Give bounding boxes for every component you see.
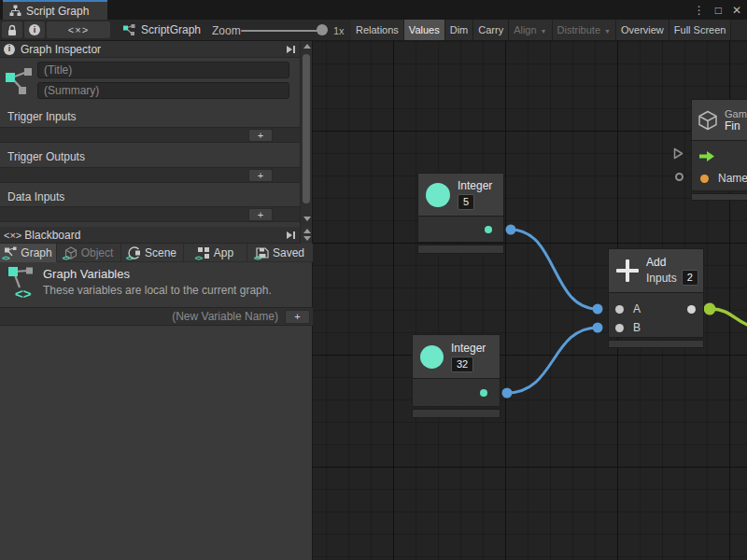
svg-text:<>: <> [15,286,32,301]
blackboard-scrollbar[interactable] [300,227,312,244]
graph-variables-heading: Graph Variables [43,267,130,281]
node-integer-32[interactable]: Integer 32 [412,334,500,418]
lock-icon [7,24,17,36]
add-variable-button[interactable]: + [285,310,310,324]
wire-integer5-to-add-a[interactable] [511,230,598,309]
blackboard-empty-area [0,327,312,560]
add-trigger-output-button[interactable]: + [248,169,273,182]
window-menu-icon[interactable]: ⋮ [694,5,705,16]
graph-canvas[interactable]: Integer 5 Integer 32 Add [313,41,747,560]
zoom-value: 1x [333,25,345,36]
value-output-port[interactable] [480,389,487,397]
code-view-button[interactable]: <×> [47,21,110,38]
lock-button[interactable] [2,21,22,38]
tab-script-graph[interactable]: Script Graph [3,0,107,20]
dock-panel-icon[interactable] [285,45,296,54]
input-port-a[interactable] [615,305,624,314]
script-graph-window: { "window": { "tab_title": "Script Graph… [0,0,747,560]
zoom-slider-track[interactable] [241,30,321,32]
graph-breadcrumb[interactable]: ScriptGraph [122,20,201,40]
info-icon: i [29,24,40,35]
data-inputs-list: + [0,206,300,222]
input-port-b[interactable] [615,324,624,332]
tab-object-variables[interactable]: <> Object [57,244,121,262]
node-title: Integer [451,342,486,355]
graph-variables-icon: <> [4,246,17,259]
dropdown-arrow-icon: ▼ [541,28,547,35]
scrollbar-thumb[interactable] [303,54,310,203]
graph-variables-big-icon: <> [7,265,37,301]
dock-panel-icon[interactable] [285,231,296,240]
wire-endpoint [593,323,603,333]
align-dropdown[interactable]: Align ▼ [509,20,552,40]
carry-button[interactable]: Carry [473,20,509,40]
overview-button[interactable]: Overview [616,20,669,40]
new-variable-input[interactable] [6,309,280,324]
graph-title-input[interactable] [37,62,289,78]
object-variables-icon: <> [64,246,78,259]
values-button[interactable]: Values [404,20,445,40]
zoom-slider-handle[interactable] [317,24,328,35]
node-title: Integer [458,179,492,192]
value-output-port[interactable] [485,226,492,233]
flow-port-triangle-icon[interactable] [673,147,684,160]
section-trigger-outputs-label: Trigger Outputs [7,149,85,164]
window-tab-bar: Script Graph ⋮ □ ✕ [0,0,747,20]
add-data-input-button[interactable]: + [248,208,273,221]
wire-endpoint [704,303,716,315]
tab-graph-variables[interactable]: <> Graph [0,244,57,262]
dim-button[interactable]: Dim [445,20,474,40]
add-trigger-input-button[interactable]: + [248,129,273,142]
blackboard-tabs: <> Graph <> Object <> Scene <> App [0,244,313,262]
integer-type-icon [426,183,450,207]
inputs-count-field[interactable]: 2 [682,270,698,286]
node-add[interactable]: Add Inputs 2 A B [608,248,704,348]
integer-value-field[interactable]: 5 [458,194,474,210]
graph-node-icon [5,63,35,97]
scroll-up-icon[interactable] [303,44,311,49]
port-label-a: A [633,302,641,315]
tab-app-variables[interactable]: <> App [184,244,247,262]
window-controls: ⋮ □ ✕ [694,0,741,20]
code-brackets-icon: <×> [68,24,89,35]
window-close-icon[interactable]: ✕ [732,5,741,16]
info-button[interactable]: i [24,21,45,38]
wire-integer32-to-add-b[interactable] [507,328,598,393]
blackboard-header: <×> Blackboard [0,227,300,244]
blackboard-title: Blackboard [24,229,80,242]
toolbar-buttons: Relations Values Dim Carry Align ▼ Distr… [351,20,747,40]
name-input-port[interactable] [700,175,709,183]
window-maximize-icon[interactable]: □ [715,5,722,16]
scroll-down-icon[interactable] [303,236,311,241]
inspector-scrollbar[interactable] [300,41,312,227]
relations-button[interactable]: Relations [351,20,404,40]
full-screen-button[interactable]: Full Screen [669,20,732,40]
saved-variables-icon: <> [256,246,269,259]
dropdown-arrow-icon: ▼ [604,28,611,35]
tab-saved-variables[interactable]: <> Saved [247,244,313,262]
node-integer-5[interactable]: Integer 5 [417,173,504,254]
node-title: Fin [725,119,747,133]
variables-icon: <×> [4,230,21,241]
port-label-name: Name [718,172,747,185]
distribute-dropdown[interactable]: Distribute ▼ [553,20,616,40]
section-data-inputs-label: Data Inputs [7,189,64,204]
node-subtitle: Gam [725,108,747,119]
integer-value-field[interactable]: 32 [451,357,473,372]
sum-output-port[interactable] [687,305,696,314]
scroll-up-icon[interactable] [303,229,311,233]
value-port-circle-icon[interactable] [675,173,684,181]
scroll-down-icon[interactable] [303,217,311,221]
wire-endpoint [593,304,603,315]
inputs-label: Inputs [646,272,677,285]
info-icon: i [4,44,15,55]
graph-summary-input[interactable] [37,82,289,99]
wire-add-output[interactable] [710,309,747,327]
trigger-outputs-list: + [0,167,300,183]
flow-input-arrow-icon[interactable] [699,151,715,161]
wire-endpoint [502,388,513,399]
breadcrumb-label: ScriptGraph [141,23,201,36]
node-title: Add [646,256,698,269]
node-find-gameobject[interactable]: Gam Fin Name [691,99,747,201]
tab-scene-variables[interactable]: <> Scene [121,244,184,262]
